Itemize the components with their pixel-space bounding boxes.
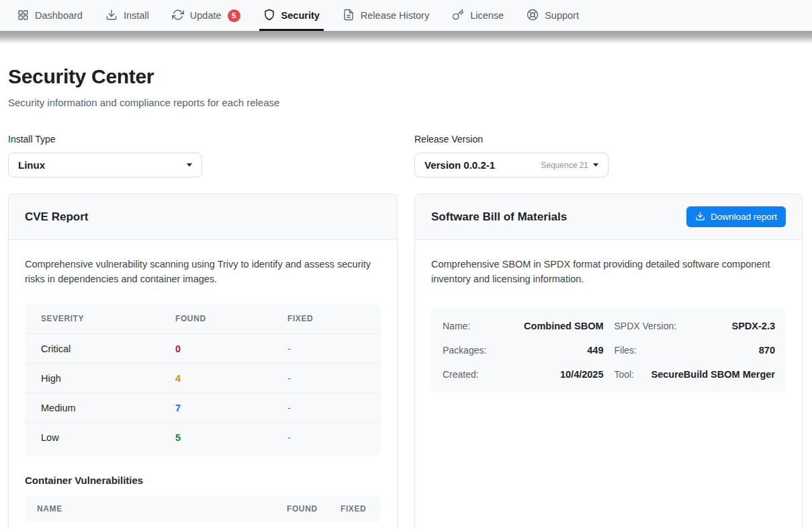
nav-label: Update <box>190 10 222 21</box>
chevron-down-icon <box>187 163 192 167</box>
detail-value: 870 <box>759 345 775 356</box>
detail-label: Tool: <box>615 369 635 380</box>
detail-label: Files: <box>615 345 637 356</box>
detail-value: SecureBuild SBOM Merger <box>651 369 775 380</box>
nav-label: Release History <box>361 10 429 21</box>
container-vulnerabilities-header: NAME FOUND FIXED <box>25 495 381 522</box>
sbom-detail-created: Created: 10/4/2025 <box>443 362 604 386</box>
nav-item-update[interactable]: Update 5 <box>164 0 249 31</box>
lifebuoy-icon <box>527 9 539 23</box>
cards-row: CVE Report Comprehensive vulnerability s… <box>8 194 803 529</box>
detail-value: Combined SBOM <box>524 321 603 331</box>
col-name: NAME <box>37 504 287 514</box>
table-row-high: High 4 - <box>25 363 381 393</box>
filters-row: Install Type Linux Release Version Versi… <box>8 134 803 177</box>
severity-table: SEVERITY FOUND FIXED Critical 0 - High 4… <box>25 304 381 456</box>
sbom-description: Comprehensive SBOM in SPDX format provid… <box>431 257 786 286</box>
found-count: 5 <box>175 432 287 443</box>
release-sequence-text: Sequence 21 <box>541 161 588 170</box>
nav-item-dashboard[interactable]: Dashboard <box>9 0 91 31</box>
detail-label: Packages: <box>443 345 486 356</box>
sbom-detail-files: Files: 870 <box>615 338 776 362</box>
table-row-medium: Medium 7 - <box>25 393 381 422</box>
scroll-shadow <box>0 31 812 44</box>
sbom-detail-name: Name: Combined SBOM <box>443 314 604 338</box>
key-icon <box>452 9 464 23</box>
severity-label: Low <box>41 432 175 443</box>
install-type-group: Install Type Linux <box>8 134 398 177</box>
nav-label: Support <box>545 10 579 21</box>
sbom-card: Software Bill of Materials Download repo… <box>414 194 803 529</box>
found-count: 0 <box>175 343 287 354</box>
nav-item-security[interactable]: Security <box>255 0 328 31</box>
install-type-select[interactable]: Linux <box>8 153 202 177</box>
update-count-badge: 5 <box>228 9 240 22</box>
fixed-count: - <box>287 403 365 413</box>
detail-value: 10/4/2025 <box>560 369 604 380</box>
download-report-label: Download report <box>711 212 777 222</box>
cve-report-card: CVE Report Comprehensive vulnerability s… <box>8 194 398 529</box>
detail-label: Name: <box>443 321 470 331</box>
top-nav: Dashboard Install Update 5 Security Rele… <box>0 0 812 31</box>
severity-label: High <box>41 373 175 384</box>
table-row-low: Low 5 - <box>25 422 381 452</box>
container-vulnerabilities-title: Container Vulnerabilities <box>25 475 381 486</box>
severity-label: Medium <box>41 403 175 413</box>
release-version-select[interactable]: Version 0.0.2-1 Sequence 21 <box>414 153 608 177</box>
found-count: 4 <box>175 373 287 384</box>
nav-label: License <box>470 10 504 21</box>
nav-item-release-history[interactable]: Release History <box>334 0 437 31</box>
install-type-label: Install Type <box>8 134 398 145</box>
page-title: Security Center <box>8 65 803 88</box>
download-icon <box>695 211 705 223</box>
col-fixed: FIXED <box>341 504 374 514</box>
nav-label: Security <box>281 10 320 21</box>
col-severity: SEVERITY <box>41 314 175 323</box>
sbom-header: Software Bill of Materials Download repo… <box>415 194 802 240</box>
download-icon <box>105 9 118 23</box>
sbom-body: Comprehensive SBOM in SPDX format provid… <box>415 240 802 409</box>
severity-label: Critical <box>41 343 175 354</box>
cve-report-header: CVE Report <box>9 194 397 240</box>
detail-label: Created: <box>443 369 479 380</box>
document-icon <box>343 9 355 23</box>
sbom-title: Software Bill of Materials <box>431 210 567 224</box>
refresh-icon <box>172 9 184 23</box>
fixed-count: - <box>287 343 365 354</box>
chevron-down-icon <box>593 163 598 167</box>
nav-item-support[interactable]: Support <box>518 0 587 31</box>
nav-label: Install <box>124 10 149 21</box>
release-version-value: Version 0.0.2-1 <box>424 159 541 171</box>
detail-value: SPDX-2.3 <box>732 321 775 331</box>
release-version-group: Release Version Version 0.0.2-1 Sequence… <box>414 134 803 177</box>
shield-icon <box>263 9 275 23</box>
page-subtitle: Security information and compliance repo… <box>8 97 803 108</box>
sbom-detail-packages: Packages: 449 <box>443 338 604 362</box>
nav-item-install[interactable]: Install <box>97 0 157 31</box>
main-content: Security Center Security information and… <box>0 44 812 529</box>
fixed-count: - <box>287 432 365 443</box>
table-row-critical: Critical 0 - <box>25 333 381 363</box>
sbom-details-panel: Name: Combined SBOM SPDX Version: SPDX-2… <box>431 308 786 393</box>
severity-table-header: SEVERITY FOUND FIXED <box>25 304 381 333</box>
nav-label: Dashboard <box>35 10 83 21</box>
fixed-count: - <box>287 373 365 384</box>
download-report-button[interactable]: Download report <box>686 206 786 227</box>
sbom-detail-spdx-version: SPDX Version: SPDX-2.3 <box>615 314 776 338</box>
nav-item-license[interactable]: License <box>444 0 512 31</box>
col-found: FOUND <box>175 314 287 323</box>
col-found: FOUND <box>287 504 341 514</box>
cve-report-body: Comprehensive vulnerability scanning usi… <box>9 240 397 529</box>
release-version-label: Release Version <box>414 134 803 145</box>
detail-value: 449 <box>587 345 603 356</box>
detail-label: SPDX Version: <box>615 321 677 331</box>
cve-report-description: Comprehensive vulnerability scanning usi… <box>25 257 381 286</box>
col-fixed: FIXED <box>287 314 365 323</box>
install-type-value: Linux <box>18 159 187 171</box>
found-count: 7 <box>175 403 287 413</box>
sbom-detail-tool: Tool: SecureBuild SBOM Merger <box>615 362 776 386</box>
cve-report-title: CVE Report <box>25 210 88 224</box>
dashboard-icon <box>17 9 29 23</box>
